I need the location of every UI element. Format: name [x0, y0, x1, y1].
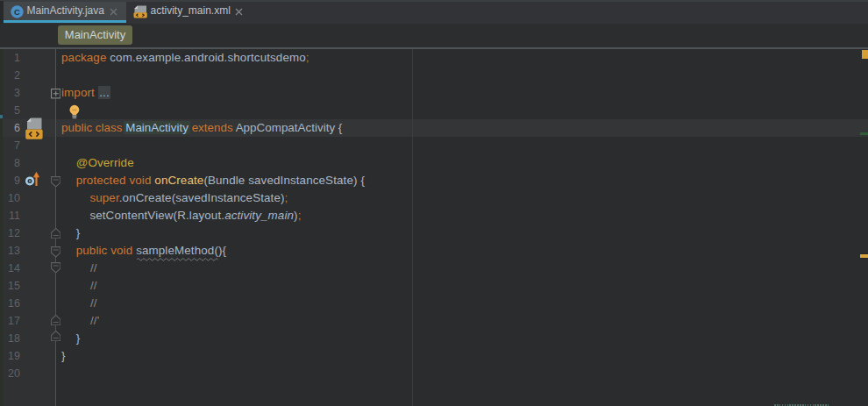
svg-text:C: C: [14, 7, 20, 17]
